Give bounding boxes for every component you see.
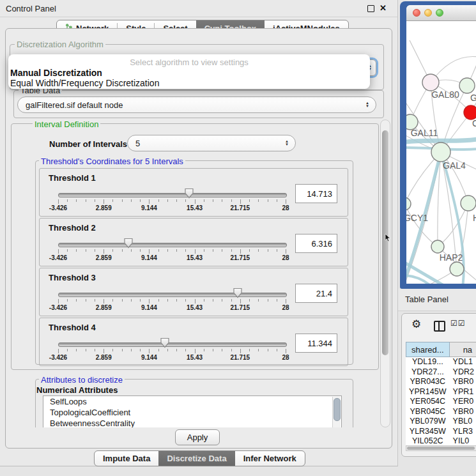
column-header-shared-name[interactable]: shared... (406, 342, 450, 357)
network-node[interactable] (461, 196, 476, 211)
network-window-inner: GAL80GACGAL11GAL4GCY1HHAP2 (406, 5, 476, 284)
checkboxes-icon[interactable]: ☑☑ (450, 319, 466, 328)
slider-thumb[interactable] (123, 238, 134, 249)
slider-tick (167, 199, 168, 202)
table-row[interactable]: YIL052CYIL0 (406, 436, 476, 446)
tab-discretize-data[interactable]: Discretize Data (158, 451, 234, 466)
list-item[interactable]: BetweennessCentrality (43, 418, 341, 427)
table-row[interactable]: YDR27...YDR2 (406, 367, 476, 378)
network-canvas[interactable]: GAL80GACGAL11GAL4GCY1HHAP2 (406, 21, 476, 284)
table-cell[interactable]: YBR0 (450, 407, 476, 417)
slider-track[interactable] (58, 243, 287, 247)
panel-scrollbar[interactable] (380, 119, 390, 427)
popup-item-manual-discretization[interactable]: Manual Discretization (10, 68, 102, 78)
table-cell[interactable]: YPR145W (406, 387, 450, 397)
table-cell[interactable]: YBR0 (450, 377, 476, 387)
close-traffic-icon[interactable] (413, 9, 420, 17)
table-cell[interactable]: YLR345W (406, 427, 450, 437)
table-cell[interactable]: YIL052C (406, 436, 450, 446)
threshold-panel: Threshold 3 -3.4262.8599.14415.4321.7152… (39, 268, 348, 316)
slider-thumb[interactable] (160, 337, 170, 348)
network-node[interactable] (431, 240, 444, 253)
table-cell[interactable]: YDR2 (450, 367, 476, 378)
threshold-value-box[interactable]: 14.713 (295, 184, 337, 203)
minimize-traffic-icon[interactable] (424, 9, 432, 17)
table-cell[interactable]: YER054C (406, 397, 450, 407)
slider-track[interactable] (58, 293, 287, 297)
slider-tick (277, 249, 277, 252)
table-hscrollbar[interactable] (406, 445, 476, 451)
network-node[interactable] (459, 78, 475, 93)
slider-tick (140, 199, 141, 202)
table-cell[interactable]: YBL0 (450, 417, 476, 427)
tab-infer-network[interactable]: Infer Network (235, 451, 305, 466)
float-window-icon[interactable] (367, 5, 374, 12)
close-icon[interactable]: ✕ (380, 3, 387, 13)
threshold-value-box[interactable]: 11.344 (295, 334, 337, 353)
column-header-name[interactable]: na (450, 342, 476, 357)
slider-tick (104, 249, 104, 254)
table-row[interactable]: YLR345WYLR3 (406, 427, 476, 437)
slider-tick (58, 349, 59, 353)
list-item[interactable]: TopologicalCoefficient (43, 407, 341, 418)
threshold-label: Threshold 2 (49, 223, 96, 233)
slider-thumb[interactable] (184, 188, 194, 199)
list-item[interactable]: SelfLoops (43, 396, 341, 407)
table-cell[interactable]: YBL079W (406, 417, 450, 427)
table-cell[interactable]: YIL0 (450, 436, 476, 446)
table-cell[interactable]: YER0 (450, 397, 476, 407)
table-cell[interactable]: YLR3 (450, 427, 476, 437)
columns-icon[interactable] (434, 321, 445, 332)
tick-label: 15.43 (187, 304, 203, 311)
table-cell[interactable]: YDL19... (406, 357, 450, 367)
table-data-combobox[interactable]: galFiltered.sif default node ▲▼ (17, 96, 376, 113)
slider-track[interactable] (58, 342, 287, 347)
table-cell[interactable]: YDR27... (406, 367, 450, 378)
table-row[interactable]: YDL19...YDL1 (406, 357, 476, 367)
slider-tick (185, 299, 186, 302)
slider-tick (222, 299, 222, 302)
list-scrollbar[interactable] (332, 397, 341, 427)
gear-icon[interactable]: ⚙ (411, 318, 421, 331)
table-row[interactable]: YBL079WYBL0 (406, 417, 476, 427)
numerical-attributes-list[interactable]: SelfLoops TopologicalCoefficient Between… (43, 395, 342, 427)
table-cell[interactable]: YPR1 (450, 387, 476, 397)
slider-tick (195, 249, 196, 254)
network-node[interactable] (422, 74, 439, 91)
network-window: GAL80GACGAL11GAL4GCY1HHAP2 (400, 1, 476, 289)
slider-tick (86, 249, 86, 252)
table-cell[interactable]: YDL1 (450, 357, 476, 367)
slider-thumb[interactable] (233, 288, 243, 298)
slider-tick (204, 299, 204, 302)
slider-track[interactable] (58, 193, 287, 197)
tab-impute-data[interactable]: Impute Data (95, 451, 158, 466)
table-row[interactable]: YER054CYER0 (406, 397, 476, 407)
table-row[interactable]: YBR043CYBR0 (406, 377, 476, 387)
threshold-label: Threshold 3 (49, 273, 96, 282)
slider-tick (95, 199, 95, 202)
apply-button[interactable]: Apply (175, 429, 220, 445)
table-cell[interactable]: YBR043C (406, 377, 450, 387)
network-window-titlebar[interactable] (406, 5, 476, 21)
table-row[interactable]: YPR145WYPR1 (406, 387, 476, 397)
table-hscrollbar-thumb[interactable] (407, 447, 475, 450)
slider-tick (158, 349, 159, 351)
threshold-value-box[interactable]: 21.4 (295, 284, 337, 303)
threshold-value-box[interactable]: 6.316 (295, 234, 337, 253)
network-node[interactable] (406, 197, 411, 210)
slider-tick (122, 349, 123, 351)
popup-item-equal-width-frequency[interactable]: Equal Width/Frequency Discretization (10, 78, 159, 88)
network-node[interactable] (431, 142, 450, 162)
network-node[interactable] (450, 262, 464, 276)
network-node-label: H (473, 213, 476, 223)
slider-tick (277, 349, 277, 351)
list-scrollbar-thumb[interactable] (334, 398, 341, 421)
network-node[interactable] (464, 105, 476, 119)
slider-tick (222, 249, 222, 252)
zoom-traffic-icon[interactable] (436, 9, 443, 17)
tick-label: -3.426 (49, 304, 67, 311)
table-row[interactable]: YBR045CYBR0 (406, 407, 476, 417)
number-of-intervals-combobox[interactable]: 5 ▲▼ (127, 135, 296, 151)
threshold-label: Threshold 4 (49, 323, 96, 332)
table-cell[interactable]: YBR045C (406, 407, 450, 417)
